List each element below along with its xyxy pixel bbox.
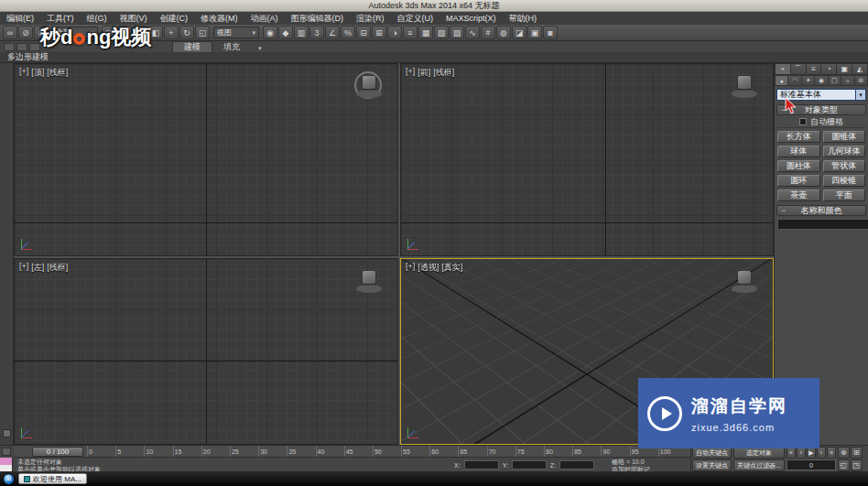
viewcube[interactable]: [353, 267, 385, 296]
keyboard-shortcut-override-icon[interactable]: ▥: [294, 26, 309, 39]
systems-icon[interactable]: ⊚: [855, 75, 868, 86]
ribbon-icon[interactable]: [4, 43, 15, 51]
zoom-extents-icon[interactable]: ◱: [838, 459, 850, 471]
viewport-pov-menu[interactable]: [左]: [31, 262, 44, 274]
primitive-button[interactable]: 茶壶: [777, 189, 820, 201]
start-button[interactable]: ⊞: [3, 473, 15, 485]
viewport-pov-menu[interactable]: [前]: [418, 67, 430, 79]
toggle-scene-explorer-icon[interactable]: ▦: [418, 26, 433, 39]
menu-item[interactable]: 帮助(H): [503, 12, 544, 25]
render-production-icon[interactable]: ◙: [543, 26, 558, 39]
track-bar[interactable]: 0510152025303540455055606570758085909510…: [14, 446, 690, 458]
viewport-shading-menu[interactable]: [线框]: [433, 67, 454, 79]
viewport-general-menu[interactable]: [+]: [406, 67, 415, 79]
viewport-general-menu[interactable]: [+]: [19, 262, 28, 274]
title-bar[interactable]: Autodesk 3ds Max 2014 x64 无标题: [0, 0, 868, 12]
object-name-input[interactable]: [777, 219, 868, 230]
viewport-shading-menu[interactable]: [真实]: [441, 262, 462, 274]
primitive-button[interactable]: 圆锥体: [823, 131, 866, 143]
maxscript-mini-listener[interactable]: [0, 458, 13, 472]
current-frame-input[interactable]: [787, 459, 836, 470]
schematic-view-icon[interactable]: #: [481, 26, 495, 39]
select-and-manipulate-icon[interactable]: ◆: [278, 26, 293, 39]
select-and-scale-icon[interactable]: ◱: [195, 26, 210, 39]
set-key-button[interactable]: 设置关键点: [692, 459, 732, 471]
menu-item[interactable]: 编辑(E): [0, 12, 40, 25]
helpers-icon[interactable]: ▢: [829, 75, 841, 86]
viewport-general-menu[interactable]: [+]: [19, 67, 28, 79]
toggle-ribbon-icon[interactable]: ▨: [450, 26, 464, 39]
primitive-button[interactable]: 球体: [777, 146, 820, 157]
primitive-button[interactable]: 平面: [823, 189, 866, 201]
reference-coordinate-dropdown[interactable]: 视图 ▾: [213, 27, 259, 38]
ribbon-tab[interactable]: 建模: [172, 41, 212, 52]
toggle-layer-explorer-icon[interactable]: ▧: [434, 26, 449, 39]
timeline-ruler[interactable]: 0510152025303540455055606570758085909510…: [87, 446, 687, 457]
menu-item[interactable]: 修改器(M): [194, 12, 244, 25]
percent-snap-icon[interactable]: %: [341, 26, 355, 39]
menu-item[interactable]: 图形编辑器(D): [285, 12, 351, 25]
angle-snap-icon[interactable]: ∠: [325, 26, 340, 39]
hierarchy-tab[interactable]: ≡: [807, 63, 822, 75]
name-color-rollout-header[interactable]: − 名称和颜色: [776, 205, 866, 216]
mini-curve-editor-toggle[interactable]: [2, 448, 11, 456]
primitive-button[interactable]: 四棱锥: [823, 175, 866, 187]
render-setup-icon[interactable]: ◪: [512, 26, 526, 39]
taskbar-app-button[interactable]: 欢迎使用 MA...: [18, 473, 87, 484]
lights-icon[interactable]: ☀: [802, 75, 815, 86]
menu-item[interactable]: 动画(A): [244, 12, 285, 25]
go-to-end-button[interactable]: »: [827, 447, 836, 459]
align-icon[interactable]: ≡: [403, 26, 418, 39]
time-slider-handle[interactable]: 0 / 100: [32, 447, 83, 457]
viewcube[interactable]: [729, 72, 760, 101]
x-coordinate-input[interactable]: [464, 460, 499, 470]
zoom-icon[interactable]: ⊕: [838, 447, 850, 459]
ribbon-tab[interactable]: 填充: [212, 41, 251, 52]
viewport-general-menu[interactable]: [+]: [406, 262, 415, 274]
viewcube[interactable]: [729, 267, 760, 296]
primitive-button[interactable]: 管状体: [823, 160, 866, 172]
primitive-button[interactable]: 几何球体: [823, 146, 866, 157]
viewport-layout-tab-icon[interactable]: [3, 429, 11, 437]
menu-item[interactable]: 创建(C): [154, 12, 195, 25]
viewport-top[interactable]: [+] [顶] [线框]: [14, 63, 398, 256]
menu-item[interactable]: MAXScript(X): [439, 12, 503, 25]
z-coordinate-input[interactable]: [559, 460, 594, 470]
modify-tab[interactable]: ⌒: [791, 63, 807, 75]
viewport-pov-menu[interactable]: [透视]: [418, 262, 439, 274]
select-and-rotate-icon[interactable]: ↻: [179, 26, 194, 39]
snaps-toggle-icon[interactable]: 3: [309, 26, 324, 39]
viewport-pov-menu[interactable]: [顶]: [31, 67, 44, 79]
shapes-icon[interactable]: ◠: [788, 75, 801, 86]
menu-item[interactable]: 自定义(U): [391, 12, 440, 25]
zoom-extents-all-icon[interactable]: ◳: [851, 459, 863, 471]
menu-item[interactable]: 渲染(R): [350, 12, 391, 25]
primitive-button[interactable]: 长方体: [777, 131, 820, 143]
viewport-front[interactable]: [+] [前] [线框]: [400, 63, 774, 256]
viewport-left[interactable]: [+] [左] [线框]: [14, 258, 398, 445]
unlink-selection-icon[interactable]: ⊘: [18, 26, 33, 39]
material-editor-icon[interactable]: ◍: [496, 26, 511, 39]
ribbon-icon[interactable]: [29, 43, 40, 51]
ribbon-collapse-icon[interactable]: ▾: [258, 45, 262, 52]
utilities-tab[interactable]: ◭: [852, 63, 868, 75]
edit-named-selection-sets-icon[interactable]: ⊞: [372, 26, 386, 39]
cameras-icon[interactable]: ◉: [815, 75, 828, 86]
space-warps-icon[interactable]: ≈: [841, 75, 854, 86]
viewport-shading-menu[interactable]: [线框]: [47, 262, 68, 274]
viewport-shading-menu[interactable]: [线框]: [47, 67, 68, 79]
curve-editor-icon[interactable]: ∿: [465, 26, 480, 39]
rendered-frame-window-icon[interactable]: ▣: [527, 26, 542, 39]
select-and-link-icon[interactable]: ∞: [3, 26, 17, 39]
motion-tab[interactable]: ◔: [821, 63, 837, 75]
menu-item[interactable]: 组(G): [81, 12, 114, 25]
y-coordinate-input[interactable]: [512, 460, 547, 470]
spinner-snap-icon[interactable]: ⊟: [356, 26, 371, 39]
select-and-move-icon[interactable]: +: [164, 26, 179, 39]
mirror-icon[interactable]: ◑: [387, 26, 402, 39]
zoom-all-icon[interactable]: ⊞: [851, 447, 863, 459]
viewcube[interactable]: [353, 72, 385, 101]
primitive-button[interactable]: 圆柱体: [777, 160, 820, 172]
key-filters-button[interactable]: 关键点过滤器...: [733, 459, 785, 471]
menu-item[interactable]: 视图(V): [114, 12, 154, 25]
